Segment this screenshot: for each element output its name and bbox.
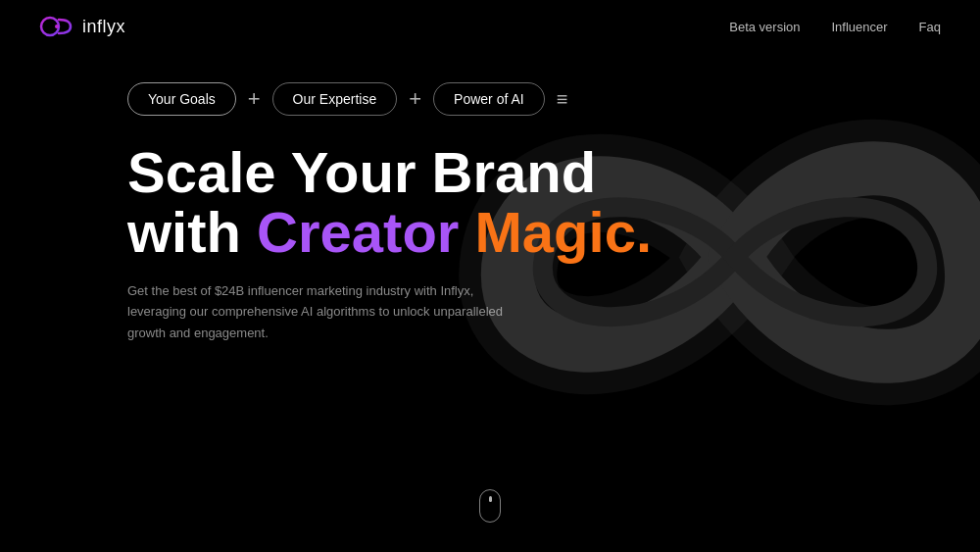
headline-line2: with Creator Magic. [127,203,941,263]
headline-magic: Magic. [475,200,653,264]
hero-subtext: Get the best of $24B influencer marketin… [127,280,519,343]
scroll-indicator [479,489,501,523]
nav-influencer[interactable]: Influencer [832,20,888,34]
headline-line1: Scale Your Brand [127,143,941,203]
brand-name: inflyx [82,17,125,37]
mouse-dot [489,496,492,502]
headline-creator: Creator [257,200,459,264]
nav-beta[interactable]: Beta version [729,20,800,34]
navbar: inflyx Beta version Influencer Faq [0,0,980,53]
tags-row: Your Goals + Our Expertise + Power of AI… [127,82,941,116]
hero-section: Your Goals + Our Expertise + Power of AI… [0,53,980,343]
plus-icon-1: + [248,86,261,112]
hero-headline: Scale Your Brand with Creator Magic. [127,143,941,263]
logo-icon [39,16,74,37]
headline-space [459,200,474,264]
nav-faq[interactable]: Faq [919,20,941,34]
nav-links: Beta version Influencer Faq [729,20,941,34]
tag-goals[interactable]: Your Goals [127,82,236,116]
mouse-icon [479,489,501,523]
tag-ai[interactable]: Power of AI [433,82,545,116]
plus-icon-2: + [409,86,421,112]
tag-expertise[interactable]: Our Expertise [272,82,398,116]
svg-point-1 [55,25,59,28]
logo[interactable]: inflyx [39,16,125,37]
headline-with: with [127,200,257,264]
equals-icon: ≡ [557,88,568,111]
